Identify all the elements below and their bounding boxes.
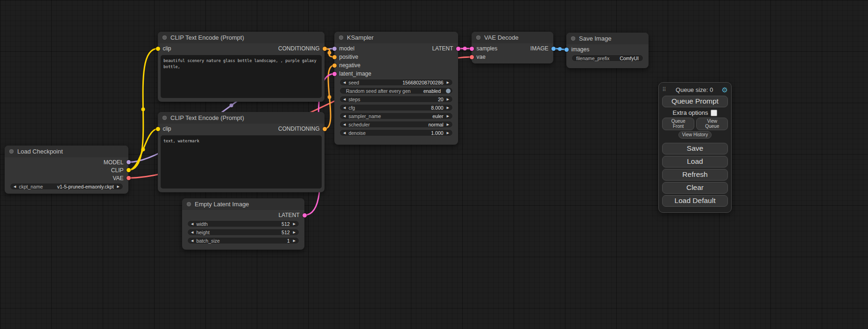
steps-widget[interactable]: ◀ steps 20 ▶ (339, 96, 453, 103)
collapse-icon[interactable] (162, 116, 167, 120)
node-save-image[interactable]: Save Image images filename_prefix ComfyU… (566, 33, 649, 68)
vae-output-slot[interactable] (127, 176, 131, 180)
conditioning-output-slot[interactable] (323, 127, 327, 131)
negative-input-slot[interactable] (332, 63, 337, 68)
slot-row: vae (472, 53, 553, 61)
queue-controls-row: Queue Front View Queue (662, 118, 728, 130)
collapse-icon[interactable] (476, 35, 480, 40)
seed-widget[interactable]: ◀ seed 156680208700286 ▶ (339, 79, 453, 86)
increment-icon[interactable]: ▶ (293, 222, 296, 225)
increment-icon[interactable]: ▶ (293, 231, 296, 234)
node-load-checkpoint[interactable]: Load Checkpoint MODEL CLIP VAE ◀ ckpt_na… (5, 146, 128, 194)
toggle-knob-icon[interactable] (446, 89, 451, 93)
batch-size-widget[interactable]: ◀ batch_size 1 ▶ (187, 237, 299, 244)
slot-label-clip: clip (163, 45, 171, 52)
node-title: CLIP Text Encode (Prompt) (170, 114, 244, 121)
view-history-row: View History (662, 131, 728, 139)
random-seed-toggle-widget[interactable]: Random seed after every gen enabled (339, 87, 453, 94)
negative-prompt-textarea[interactable]: text, watermark (161, 135, 322, 189)
height-widget[interactable]: ◀ height 512 ▶ (187, 229, 299, 236)
output-row-model: MODEL (5, 158, 128, 166)
extra-options-checkbox[interactable] (711, 110, 717, 116)
decrement-icon[interactable]: ◀ (343, 106, 346, 109)
samples-input-slot[interactable] (470, 47, 474, 51)
comfyui-node-graph-canvas[interactable]: { "colors": { "model": "#B39DDB", "clip"… (0, 0, 868, 329)
node-title-bar[interactable]: Load Checkpoint (5, 146, 128, 157)
clip-output-slot[interactable] (127, 168, 131, 172)
queue-prompt-button[interactable]: Queue Prompt (662, 96, 728, 107)
settings-gear-icon[interactable]: ⚙ (722, 86, 728, 93)
scheduler-widget[interactable]: ◀ scheduler normal ▶ (339, 121, 453, 128)
latent-output-slot[interactable] (456, 47, 460, 51)
decrement-icon[interactable]: ◀ (191, 239, 193, 242)
slot-label-conditioning: CONDITIONING (278, 126, 320, 132)
drag-handle-icon[interactable]: ⠿ (662, 86, 666, 93)
decrement-icon[interactable]: ◀ (191, 222, 193, 225)
node-title-bar[interactable]: CLIP Text Encode (Prompt) (158, 112, 325, 124)
latent-output-slot[interactable] (303, 213, 307, 217)
load-default-button[interactable]: Load Default (662, 195, 728, 207)
model-output-slot[interactable] (127, 160, 131, 164)
node-ksampler[interactable]: KSampler model LATENT positive negative … (334, 32, 458, 145)
ckpt-name-widget[interactable]: ◀ ckpt_name v1-5-pruned-emaonly.ckpt ▶ (10, 183, 123, 190)
cfg-widget[interactable]: ◀ cfg 8.000 ▶ (339, 104, 453, 111)
increment-icon[interactable]: ▶ (117, 185, 120, 188)
collapse-icon[interactable] (187, 202, 191, 206)
image-output-slot[interactable] (551, 47, 556, 51)
conditioning-output-slot[interactable] (323, 47, 327, 51)
view-queue-button[interactable]: View Queue (696, 118, 728, 130)
clip-input-slot[interactable] (156, 127, 160, 131)
increment-icon[interactable]: ▶ (447, 98, 449, 101)
filename-prefix-widget[interactable]: filename_prefix ComfyUI (572, 55, 643, 62)
node-title-bar[interactable]: VAE Decode (472, 32, 553, 43)
node-title: Load Checkpoint (17, 148, 63, 155)
refresh-button[interactable]: Refresh (662, 169, 728, 181)
node-title: VAE Decode (484, 34, 518, 41)
decrement-icon[interactable]: ◀ (14, 185, 16, 188)
decrement-icon[interactable]: ◀ (343, 81, 346, 84)
decrement-icon[interactable]: ◀ (191, 231, 193, 234)
widget-label: denoise (348, 130, 366, 136)
node-vae-decode[interactable]: VAE Decode samples IMAGE vae (472, 32, 553, 63)
clear-button[interactable]: Clear (662, 182, 728, 194)
load-button[interactable]: Load (662, 156, 728, 168)
decrement-icon[interactable]: ◀ (343, 123, 346, 126)
collapse-icon[interactable] (339, 35, 343, 40)
latent-image-input-slot[interactable] (332, 72, 337, 76)
node-clip-text-encode-positive[interactable]: CLIP Text Encode (Prompt) clip CONDITION… (158, 32, 325, 102)
clip-input-slot[interactable] (156, 47, 160, 51)
denoise-widget[interactable]: ◀ denoise 1.000 ▶ (339, 129, 453, 136)
node-clip-text-encode-negative[interactable]: CLIP Text Encode (Prompt) clip CONDITION… (158, 112, 325, 192)
queue-front-button[interactable]: Queue Front (662, 118, 694, 130)
collapse-icon[interactable] (571, 36, 575, 41)
collapse-icon[interactable] (162, 35, 167, 40)
decrement-icon[interactable]: ◀ (343, 131, 346, 134)
model-input-slot[interactable] (332, 47, 337, 51)
increment-icon[interactable]: ▶ (447, 131, 449, 134)
node-title-bar[interactable]: Empty Latent Image (182, 198, 304, 210)
vae-input-slot[interactable] (470, 55, 474, 59)
widget-label: ckpt_name (19, 184, 42, 189)
node-title-bar[interactable]: Save Image (566, 33, 649, 44)
positive-input-slot[interactable] (332, 55, 337, 59)
increment-icon[interactable]: ▶ (293, 239, 296, 242)
node-title-bar[interactable]: CLIP Text Encode (Prompt) (158, 32, 325, 43)
increment-icon[interactable]: ▶ (447, 114, 449, 118)
decrement-icon[interactable]: ◀ (343, 114, 346, 118)
increment-icon[interactable]: ▶ (447, 81, 449, 84)
node-title-bar[interactable]: KSampler (334, 32, 458, 43)
view-history-button[interactable]: View History (678, 131, 712, 139)
slot-row: images (566, 45, 649, 54)
increment-icon[interactable]: ▶ (447, 106, 449, 109)
increment-icon[interactable]: ▶ (447, 123, 449, 126)
queue-size-label: Queue size: 0 (667, 86, 722, 93)
positive-prompt-textarea[interactable]: beautiful scenery nature glass bottle la… (161, 55, 322, 98)
slot-label-clip: clip (163, 126, 171, 132)
save-button[interactable]: Save (662, 143, 728, 154)
sampler-name-widget[interactable]: ◀ sampler_name euler ▶ (339, 112, 453, 119)
width-widget[interactable]: ◀ width 512 ▶ (187, 220, 299, 227)
decrement-icon[interactable]: ◀ (343, 98, 346, 101)
collapse-icon[interactable] (9, 149, 14, 154)
images-input-slot[interactable] (565, 48, 569, 52)
node-empty-latent-image[interactable]: Empty Latent Image LATENT ◀ width 512 ▶ … (182, 198, 304, 250)
